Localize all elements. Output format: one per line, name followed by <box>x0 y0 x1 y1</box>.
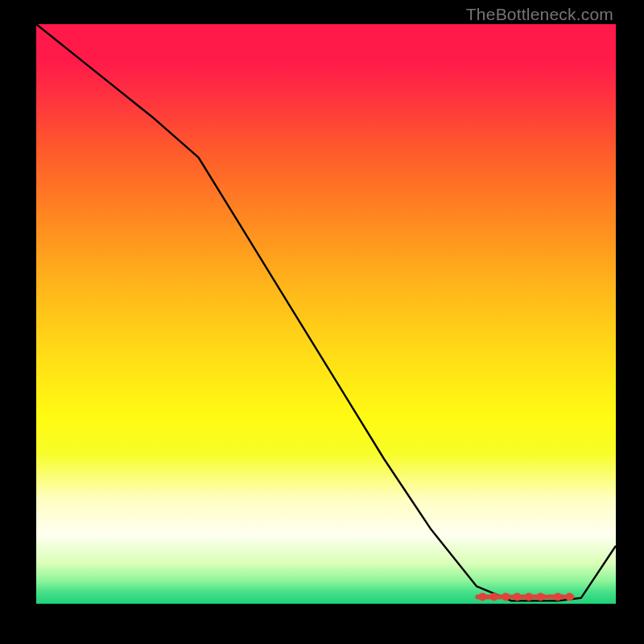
chart-svg-overlay <box>0 0 644 644</box>
cluster-dot <box>478 592 486 601</box>
cluster-dot <box>554 592 562 601</box>
chart-container: TheBottleneck.com <box>0 0 644 644</box>
cluster-dot <box>514 592 522 601</box>
cluster-dot <box>490 592 498 601</box>
cluster-dot <box>502 592 510 601</box>
cluster-dot <box>525 592 533 601</box>
chart-line <box>36 24 616 601</box>
cluster-dot <box>536 592 544 601</box>
cluster-dot <box>565 592 573 601</box>
